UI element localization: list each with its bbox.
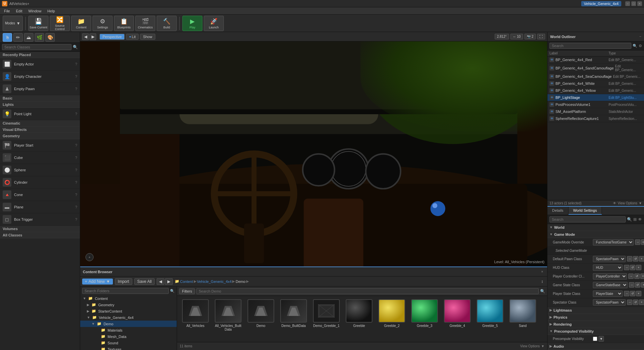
visibility-icon-3[interactable]: 👁 <box>549 74 554 79</box>
breadcrumb-demo[interactable]: Demo <box>235 280 245 284</box>
viewport-scale-settings[interactable]: ↔ 10 <box>510 34 523 39</box>
visibility-icon-6[interactable]: 👁 <box>549 95 554 100</box>
source-control-button[interactable]: 🔀 Source Control <box>50 16 70 31</box>
asset-demo-greeble-1[interactable]: Demo_Greeble_1 <box>311 299 341 331</box>
content-button[interactable]: 📁 Content <box>71 16 91 31</box>
save-all-button[interactable]: Save All <box>134 278 155 285</box>
spectator-select[interactable]: SpectatorPawn <box>593 299 626 306</box>
save-current-button[interactable]: 💾 Save Current <box>28 16 48 31</box>
section-game-mode[interactable]: ▼ Game Mode <box>547 231 644 238</box>
menu-file[interactable]: File <box>1 8 13 14</box>
cb-back-button[interactable]: ◀ <box>157 278 164 285</box>
asset-greeble[interactable]: Greeble <box>344 299 374 331</box>
section-rendering[interactable]: ▶ Rendering <box>547 321 644 328</box>
actor-item-empty-pawn[interactable]: ♟ Empty Pawn ? <box>0 83 80 95</box>
spectator-arrow-btn[interactable]: → <box>627 300 632 305</box>
section-physics[interactable]: ▶ Physics <box>547 314 644 321</box>
viewport-maximize-button[interactable]: ⛶ <box>537 34 545 39</box>
outliner-row-sm-platform[interactable]: 👁 SM_AssetPlatform StaticMeshActor <box>547 108 644 115</box>
outliner-search-input[interactable] <box>549 43 631 49</box>
asset-greeble-5[interactable]: Greeble_5 <box>475 299 505 331</box>
play-button[interactable]: ▶ Play <box>182 16 202 31</box>
player-state-select[interactable]: PlayerState <box>593 291 623 297</box>
section-world[interactable]: ▼ World <box>547 224 644 231</box>
actor-item-empty-character[interactable]: 👤 Empty Character ? <box>0 70 80 83</box>
outliner-row-bp-red[interactable]: 👁 BP_Generic_4x4_Red Edit BP_Generic... <box>547 56 644 63</box>
maximize-button[interactable]: □ <box>631 1 636 6</box>
details-grid-icon[interactable]: ⊞ <box>633 217 637 222</box>
viewport-next-button[interactable]: ▶ <box>90 33 96 40</box>
game-state-refresh-btn[interactable]: ↺ <box>635 282 640 288</box>
outliner-row-bp-lightstage[interactable]: 👁 BP_LightStage Edit BP_LightStu... <box>547 94 644 101</box>
viewport-grid-settings[interactable]: 2.812° <box>495 34 509 39</box>
folder-materials[interactable]: ▶ 📁 Materials <box>80 327 177 333</box>
actor-item-plane[interactable]: ▬ Plane ? <box>0 201 80 213</box>
mode-select-button[interactable]: 🖱 <box>3 33 12 42</box>
asset-greeble-2[interactable]: Greeble_2 <box>377 299 407 331</box>
section-lightmass[interactable]: ▶ Lightmass <box>547 307 644 314</box>
viewport-camera-settings[interactable]: 📷 2 <box>524 34 536 39</box>
actor-item-empty-actor[interactable]: ⬜ Empty Actor ? <box>0 58 80 70</box>
actor-item-cylinder[interactable]: ⭕ Cylinder ? <box>0 176 80 189</box>
spectator-add-btn[interactable]: + <box>639 300 644 305</box>
folder-demo[interactable]: ▼ 📁 Demo <box>80 321 177 327</box>
cb-forward-button[interactable]: ▶ <box>165 278 173 285</box>
default-pawn-add-btn[interactable]: + <box>639 256 644 261</box>
blueprints-button[interactable]: 📋 Blueprints <box>114 16 134 31</box>
player-controller-refresh-btn[interactable]: ↺ <box>634 274 640 279</box>
minimize-button[interactable]: − <box>625 1 630 6</box>
asset-demo[interactable]: Demo <box>246 299 276 331</box>
game-state-arrow-btn[interactable]: → <box>629 282 634 288</box>
game-state-add-btn[interactable]: + <box>641 282 644 288</box>
folder-vehicle-generic[interactable]: ▼ 📁 Vehicle_Generic_4x4 <box>80 314 177 321</box>
spectator-refresh-btn[interactable]: ↺ <box>633 300 638 305</box>
mode-foliage-button[interactable]: 🌿 <box>35 33 44 42</box>
actor-item-sphere[interactable]: ⚪ Sphere ? <box>0 164 80 176</box>
mode-mesh-paint-button[interactable]: 🎨 <box>45 33 55 42</box>
asset-search-input[interactable] <box>196 288 539 294</box>
asset-greeble-3[interactable]: Greeble_3 <box>410 299 440 331</box>
folder-geometry[interactable]: ▶ 📁 Geometry <box>80 302 177 308</box>
content-browser-view-options[interactable]: View Options ▼ <box>520 344 544 348</box>
actor-item-cube[interactable]: ⬛ Cube ? <box>0 152 80 164</box>
visibility-icon-1[interactable]: 👁 <box>549 57 554 62</box>
player-state-arrow-btn[interactable]: → <box>624 291 629 296</box>
folder-mesh-data[interactable]: ▶ 📁 Mesh_Data <box>80 333 177 340</box>
player-state-add-btn[interactable]: + <box>636 291 641 296</box>
outliner-collapse-button[interactable]: − <box>639 35 641 38</box>
outliner-row-bp-yellow[interactable]: 👁 BP_Generic_4x4_Yellow Edit BP_Generic.… <box>547 87 644 94</box>
folder-starter-content[interactable]: ▶ 📁 StarterContent <box>80 308 177 314</box>
player-state-refresh-btn[interactable]: ↺ <box>630 291 635 296</box>
outliner-settings-icon[interactable]: ⚙ <box>639 44 642 48</box>
viewport[interactable]: Level: All_Vehicles (Persistent) + <box>80 41 547 267</box>
hud-add-btn[interactable]: + <box>636 265 641 270</box>
viewport-prev-button[interactable]: ◀ <box>82 33 89 40</box>
viewport-show-button[interactable]: Show <box>140 34 155 40</box>
visibility-icon-4[interactable]: 👁 <box>549 81 554 86</box>
section-precomputed[interactable]: ▼ Precomputed Visibility <box>547 328 644 335</box>
visibility-icon-5[interactable]: 👁 <box>549 88 554 93</box>
default-pawn-arrow-btn[interactable]: → <box>627 256 632 261</box>
default-pawn-refresh-btn[interactable]: ↺ <box>633 256 638 261</box>
mode-paint-button[interactable]: ✏ <box>13 33 23 42</box>
actor-item-cone[interactable]: 🔺 Cone ? <box>0 189 80 201</box>
asset-all-vehicles[interactable]: All_Vehicles <box>180 299 210 331</box>
details-search-input[interactable] <box>549 216 626 222</box>
asset-demo-built[interactable]: Demo_BuiltData <box>279 299 309 331</box>
player-controller-add-btn[interactable]: + <box>640 274 644 279</box>
asset-all-vehicles-built[interactable]: All_Vehicles_Built Data <box>213 299 243 331</box>
folder-textures[interactable]: ▶ 📁 Textures <box>80 346 177 350</box>
outliner-row-bp-white[interactable]: 👁 BP_Generic_4x4_White Edit BP_Generic..… <box>547 80 644 87</box>
menu-window[interactable]: Window <box>26 8 44 14</box>
hud-refresh-btn[interactable]: ↺ <box>630 265 635 270</box>
mode-landscape-button[interactable]: ⛰ <box>24 33 33 42</box>
tab-details[interactable]: Details <box>547 207 569 215</box>
outliner-row-postprocess[interactable]: 👁 PostProcessVolume1 PostProcessVolu... <box>547 101 644 108</box>
outliner-row-bp-sea[interactable]: 👁 BP_Generic_4x4_SeaCamouflage Edit BP_G… <box>547 73 644 80</box>
cinematics-button[interactable]: 🎬 Cinematics <box>135 16 155 31</box>
add-new-button[interactable]: + Add New ▼ <box>82 279 113 285</box>
actor-item-point-light[interactable]: 💡 Point Light ? <box>0 108 80 120</box>
visibility-icon-7[interactable]: 👁 <box>549 102 554 107</box>
filters-button[interactable]: Filters <box>179 288 195 294</box>
player-controller-arrow-btn[interactable]: → <box>628 274 634 279</box>
